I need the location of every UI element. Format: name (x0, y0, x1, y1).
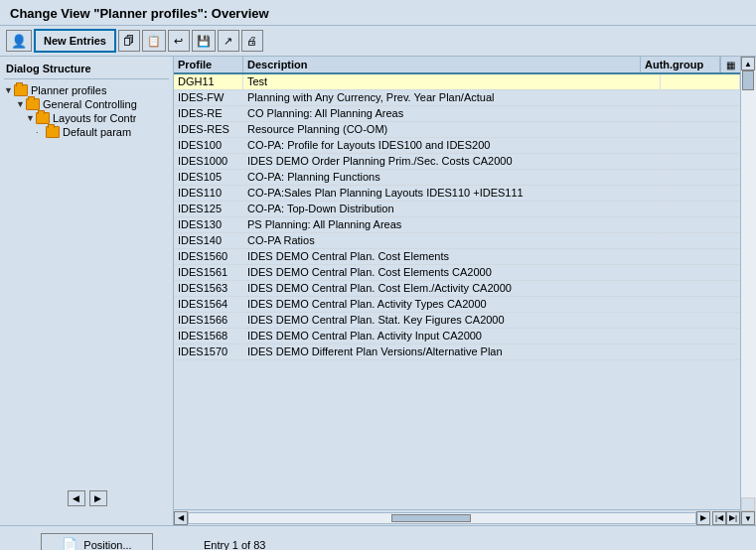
cell-profile: IDES1564 (174, 297, 243, 312)
cell-description: Resource Planning (CO-OM) (243, 122, 661, 137)
h-scroll-right-btn[interactable]: ▶ (696, 511, 710, 525)
table-body: DGH11TestIDES-FWPlanning with Any Curren… (174, 74, 740, 509)
position-button[interactable]: 📄 Position... (41, 533, 152, 550)
table-row[interactable]: IDES1563IDES DEMO Central Plan. Cost Ele… (174, 281, 740, 297)
col-header-profile: Profile (174, 57, 243, 72)
sidebar-item-default-param[interactable]: · Default param (4, 125, 169, 139)
table-row[interactable]: IDES-RESResource Planning (CO-OM) (174, 122, 740, 138)
table-row[interactable]: IDES1568IDES DEMO Central Plan. Activity… (174, 329, 740, 344)
table-row[interactable]: IDES125CO-PA: Top-Down Distribution (174, 202, 740, 217)
sidebar-label-3: Default param (63, 126, 131, 138)
table-row[interactable]: IDES1566IDES DEMO Central Plan. Stat. Ke… (174, 313, 740, 329)
h-scroll-far-left-btn[interactable]: |◀ (712, 511, 726, 525)
cell-auth (661, 202, 740, 216)
sidebar-nav-left[interactable]: ◀ (68, 490, 85, 506)
tree-arrow-3: · (36, 127, 46, 137)
table-row[interactable]: IDES1000IDES DEMO Order Planning Prim./S… (174, 154, 740, 170)
cell-description: IDES DEMO Central Plan. Stat. Key Figure… (243, 313, 661, 328)
sidebar-item-general-controlling[interactable]: ▼ General Controlling (4, 97, 169, 111)
cell-description: IDES DEMO Central Plan. Activity Input C… (243, 329, 661, 344)
table-row[interactable]: IDES-FWPlanning with Any Currency, Prev.… (174, 90, 740, 106)
cell-profile: IDES-RE (174, 106, 243, 121)
cell-profile: IDES1560 (174, 249, 243, 264)
v-scroll-up-btn[interactable]: ▲ (741, 57, 755, 70)
horizontal-scrollbar[interactable]: ◀ ▶ |◀ ▶| (174, 509, 740, 525)
table-row[interactable]: IDES1564IDES DEMO Central Plan. Activity… (174, 297, 740, 313)
h-scroll-far-right-btn[interactable]: ▶| (726, 511, 740, 525)
tree-arrow-1: ▼ (16, 99, 26, 109)
cell-profile: DGH11 (174, 74, 243, 89)
cell-description: IDES DEMO Different Plan Versions/Altern… (243, 344, 661, 359)
sidebar-label-1: General Controlling (43, 98, 137, 110)
h-scroll-track[interactable] (188, 512, 696, 524)
sidebar-label-0: Planner profiles (31, 84, 106, 96)
print-icon: 🖨 (246, 35, 257, 47)
table-row[interactable]: IDES110CO-PA:Sales Plan Planning Layouts… (174, 186, 740, 202)
column-settings-btn[interactable]: ▦ (720, 57, 740, 72)
table-row[interactable]: IDES-RECO Planning: All Planning Areas (174, 106, 740, 122)
h-scroll-left-btn[interactable]: ◀ (174, 511, 188, 525)
new-entries-button[interactable]: New Entries (34, 29, 116, 53)
cell-description: CO-PA:Sales Plan Planning Layouts IDES11… (243, 186, 661, 201)
sidebar-item-planner-profiles[interactable]: ▼ Planner profiles (4, 83, 169, 97)
table-row[interactable]: IDES1570IDES DEMO Different Plan Version… (174, 344, 740, 360)
cell-auth (661, 313, 740, 328)
print-icon-btn[interactable]: 🖨 (241, 30, 263, 52)
cell-profile: IDES1566 (174, 313, 243, 328)
folder-icon-2 (36, 112, 50, 124)
paste-icon-btn[interactable]: 📋 (142, 30, 166, 52)
cell-auth (661, 265, 740, 280)
cell-profile: IDES1568 (174, 329, 243, 344)
h-scroll-thumb[interactable] (391, 514, 471, 522)
table-main: Profile Description Auth.group ▦ DGH11Te… (174, 57, 740, 525)
person-icon-btn[interactable]: 👤 (6, 30, 32, 52)
cell-profile: IDES125 (174, 202, 243, 216)
table-row[interactable]: DGH11Test (174, 74, 740, 90)
paste-icon: 📋 (147, 35, 161, 48)
cell-description: PS Planning: All Planning Areas (243, 217, 661, 232)
cell-description: CO-PA: Planning Functions (243, 170, 661, 185)
sidebar-title: Dialog Structure (4, 61, 169, 79)
table-row[interactable]: IDES1560IDES DEMO Central Plan. Cost Ele… (174, 249, 740, 265)
cell-auth (661, 170, 740, 185)
cell-description: IDES DEMO Central Plan. Activity Types C… (243, 297, 661, 312)
undo-icon-btn[interactable]: ↩ (168, 30, 190, 52)
cell-profile: IDES-FW (174, 90, 243, 105)
cell-description: CO-PA Ratios (243, 233, 661, 248)
table-row[interactable]: IDES100CO-PA: Profile for Layouts IDES10… (174, 138, 740, 154)
cell-profile: IDES100 (174, 138, 243, 153)
table-row[interactable]: IDES140CO-PA Ratios (174, 233, 740, 249)
v-scroll-track[interactable] (741, 70, 756, 497)
cell-auth (661, 74, 740, 89)
cell-profile: IDES130 (174, 217, 243, 232)
export-icon-btn[interactable]: ↗ (218, 30, 239, 52)
folder-icon-3 (46, 126, 60, 138)
cell-description: CO Planning: All Planning Areas (243, 106, 661, 121)
vertical-scrollbar[interactable]: ▲ ▼ (740, 57, 756, 525)
col-header-description: Description (243, 57, 641, 72)
copy-icon-btn[interactable]: 🗍 (118, 30, 140, 52)
cell-profile: IDES110 (174, 186, 243, 201)
save2-icon: 💾 (197, 35, 211, 48)
title-bar: Change View "Planner profiles": Overview (0, 0, 756, 26)
new-entries-label: New Entries (44, 35, 106, 47)
table-header: Profile Description Auth.group ▦ (174, 57, 740, 74)
table-row[interactable]: IDES130PS Planning: All Planning Areas (174, 217, 740, 233)
cell-profile: IDES1570 (174, 344, 243, 359)
tree-arrow-0: ▼ (4, 85, 14, 95)
cell-profile: IDES105 (174, 170, 243, 185)
cell-auth (661, 233, 740, 248)
cell-auth (661, 122, 740, 137)
table-row[interactable]: IDES1561IDES DEMO Central Plan. Cost Ele… (174, 265, 740, 281)
v-scroll-down-btn[interactable]: ▼ (741, 511, 755, 525)
cell-profile: IDES140 (174, 233, 243, 248)
toolbar: 👤 New Entries 🗍 📋 ↩ 💾 ↗ 🖨 (0, 26, 756, 57)
cell-description: CO-PA: Top-Down Distribution (243, 202, 661, 216)
save2-icon-btn[interactable]: 💾 (192, 30, 216, 52)
cell-auth (661, 90, 740, 105)
sidebar-nav-right[interactable]: ▶ (89, 490, 107, 506)
sidebar-item-layouts[interactable]: ▼ Layouts for Contr (4, 111, 169, 125)
copy-icon: 🗍 (123, 35, 134, 47)
table-row[interactable]: IDES105CO-PA: Planning Functions (174, 170, 740, 186)
v-scroll-thumb[interactable] (742, 70, 754, 90)
